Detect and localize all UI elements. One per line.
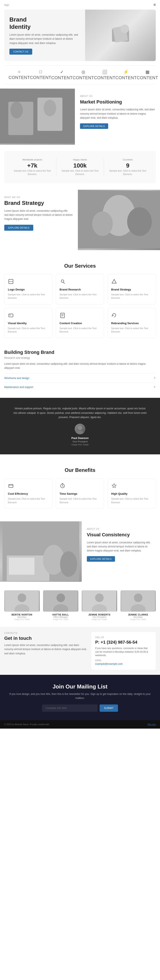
svg-point-11	[127, 207, 152, 236]
hero-content: BrandIdentity Lorem ipsum dolor sit amet…	[4, 10, 85, 61]
about-section: ABOUT US Market Positioning Lorem ipsum …	[0, 89, 160, 145]
contact-description: Lorem ipsum dolor sit amet, consectetur …	[4, 643, 88, 655]
benefit-desc-0: Sample text. Click to select the Text El…	[8, 497, 49, 504]
team-source-0: Image from Toptal	[4, 618, 40, 620]
benefit-name-0: Cost Efficiency	[8, 492, 49, 495]
benefit-card-1: Time Savings Sample text. Click to selec…	[56, 478, 104, 509]
benefit-name-2: High Quality	[111, 492, 152, 495]
icons-row: ○ CONTENT □ CONTENT ✓ CONTENT ◎ CONTENT …	[4, 65, 156, 84]
contact-title: Get in touch	[4, 636, 88, 641]
stat-title-2: Countries	[106, 158, 149, 161]
team-section: BERTIE NORTON Secretary Image from Topta…	[0, 588, 160, 627]
hero-cta-button[interactable]: CONTACT US	[10, 49, 32, 55]
logo-design-icon	[8, 278, 49, 286]
accordion-plus-icon-1[interactable]: +	[154, 385, 156, 389]
footer: © 2023 by Website Name. Proudly created …	[0, 720, 160, 729]
testimonial-source: Image from Toptal	[13, 444, 147, 446]
icon-label-4: CONTENT	[94, 75, 116, 80]
team-photo-inner-3	[120, 590, 156, 612]
accordion-plus-icon-0[interactable]: +	[154, 376, 156, 380]
svg-point-2	[120, 25, 129, 33]
email-value: example@example.com	[95, 662, 152, 665]
about-svg	[0, 89, 75, 144]
team-name-3: JENNIE CLARKE	[120, 613, 156, 616]
logo-design-svg	[8, 278, 14, 285]
icon-label-0: CONTENT	[8, 75, 30, 80]
content-creation-icon	[60, 312, 100, 320]
service-name-3: Visual Identity	[8, 321, 49, 325]
team-photo-0	[4, 590, 40, 612]
icon-item-2: ✓ CONTENT	[51, 69, 73, 80]
footer-link[interactable]: Wix.com	[147, 723, 156, 725]
svg-point-23	[78, 426, 82, 430]
stat-item-0: Worldwide projects +7k Sample text. Clic…	[8, 156, 56, 178]
service-name-0: Logo Design	[8, 288, 49, 291]
visual-section: ABOUT US Visual Consistency Lorem ipsum …	[0, 521, 160, 582]
cost-efficiency-svg	[8, 483, 14, 489]
svg-rect-17	[9, 314, 13, 317]
svg-point-14	[61, 280, 64, 282]
team-photo-3	[120, 590, 156, 612]
svg-point-44	[95, 593, 104, 602]
header: logo ≡	[0, 0, 160, 10]
call-label: CALL US	[95, 636, 152, 638]
stat-desc-1: Sample text. Click to select the Text El…	[59, 169, 102, 176]
team-role-3: Secretary	[120, 616, 156, 618]
testimonial-section: Veniam pudisse primum. Regula cum his, v…	[0, 398, 160, 454]
benefits-title: Our Benefits	[4, 467, 156, 473]
call-box: CALL US P: +1 (324) 987-56-54 If you hav…	[91, 632, 156, 670]
brand-svg	[78, 190, 160, 250]
hero-title: BrandIdentity	[10, 16, 80, 30]
brand-cta-button[interactable]: EXPLORE DETAILS	[4, 225, 33, 231]
team-photo-2	[82, 590, 117, 612]
contact-left: CONTACTS Get in touch Lorem ipsum dolor …	[4, 632, 88, 670]
team-svg-2	[82, 590, 117, 612]
service-desc-0: Sample text. Click to select the Text El…	[8, 293, 49, 300]
accordion-item-1[interactable]: Maintenance and support +	[4, 382, 156, 391]
team-card-1: HATTIE BALL Office Manager Image from To…	[43, 590, 79, 620]
brand-research-icon	[60, 278, 100, 286]
team-role-1: Office Manager	[43, 616, 79, 618]
about-cta-button[interactable]: EXPLORE DETAILS	[80, 123, 108, 129]
brand-research-svg	[60, 278, 65, 285]
visual-content: ABOUT US Visual Consistency Lorem ipsum …	[82, 521, 160, 582]
accordion-section: Building Strong Brand Research and strat…	[0, 344, 160, 398]
brand-content: WHAT WE DO Brand Strategy Lorem ipsum do…	[0, 190, 78, 250]
menu-icon[interactable]: ≡	[154, 3, 156, 7]
team-name-0: BERTIE NORTON	[4, 613, 40, 616]
svg-rect-34	[9, 558, 34, 575]
team-name-2: JENNIE ROBERTS	[82, 613, 117, 616]
svg-marker-16	[112, 279, 116, 283]
time-savings-svg	[60, 483, 65, 489]
brand-title: Brand Strategy	[4, 200, 73, 206]
about-content: ABOUT US Market Positioning Lorem ipsum …	[75, 89, 160, 145]
benefit-desc-1: Sample text. Click to select the Text El…	[60, 497, 100, 504]
mailing-email-input[interactable]	[42, 705, 98, 712]
accordion-subtitle: Research and strategy	[4, 356, 156, 360]
testimonial-name: Paul Dawson	[13, 436, 147, 440]
service-card-5: Rebranding Services Sample text. Click t…	[108, 308, 156, 338]
icon-6: ▦	[146, 69, 149, 75]
service-desc-2: Sample text. Click to select the Text El…	[111, 293, 152, 300]
visual-cta-button[interactable]: EXPLORE DETAILS	[87, 556, 115, 562]
visual-title: Visual Consistency	[87, 532, 155, 538]
svg-marker-31	[112, 484, 116, 488]
team-svg-0	[4, 590, 40, 612]
contact-label: CONTACTS	[4, 632, 88, 634]
mailing-submit-button[interactable]: SUBMIT	[100, 705, 118, 712]
brand-strategy-section: WHAT WE DO Brand Strategy Lorem ipsum do…	[0, 190, 160, 250]
team-source-3: Image from Toptal	[120, 618, 156, 620]
hero-decorative-svg	[108, 22, 133, 48]
team-name-1: HATTIE BALL	[43, 613, 79, 616]
about-title: Market Positioning	[80, 99, 155, 105]
accordion-item-0[interactable]: Wireframe and design +	[4, 374, 156, 382]
service-desc-4: Sample text. Click to select the Text El…	[60, 326, 100, 334]
service-card-3: Visual Identity Sample text. Click to se…	[4, 308, 52, 338]
svg-point-36	[60, 551, 77, 577]
service-desc-3: Sample text. Click to select the Text El…	[8, 326, 49, 334]
hero-description: Lorem ipsum dolor sit amet, consectetur …	[10, 33, 80, 45]
svg-point-6	[11, 102, 23, 118]
testimonial-role: Vice President	[13, 440, 147, 443]
logo: logo	[4, 3, 9, 6]
about-image-inner	[0, 89, 75, 145]
